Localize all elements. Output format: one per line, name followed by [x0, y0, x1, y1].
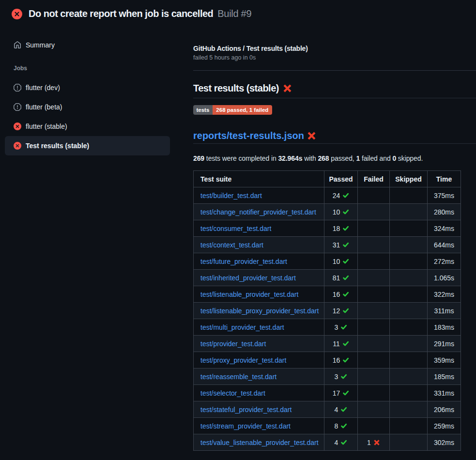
passed-number: 16	[333, 291, 340, 298]
suite-link[interactable]: test/stream_provider_test.dart	[200, 422, 291, 430]
badge-value: 268 passed, 1 failed	[213, 105, 272, 115]
skipped-cell	[390, 286, 428, 303]
suite-link[interactable]: test/future_provider_test.dart	[200, 258, 287, 265]
failed-cell	[358, 336, 390, 352]
table-row: test/future_provider_test.dart10272ms	[194, 253, 461, 270]
job-label: Test results (stable)	[26, 142, 89, 150]
failed-cell	[358, 253, 390, 270]
suite-link[interactable]: test/provider_test.dart	[200, 340, 266, 348]
suite-cell: test/stream_provider_test.dart	[194, 418, 324, 434]
failed-count: 1	[367, 439, 380, 446]
job-label: flutter (stable)	[26, 123, 67, 130]
summary-text: tests were completed in	[204, 154, 278, 162]
failed-number: 1	[367, 439, 371, 446]
passed-count: 24	[333, 192, 350, 199]
passed-count: 11	[333, 340, 349, 348]
table-row: test/consumer_test.dart18324ms	[194, 220, 461, 237]
suite-link[interactable]: test/reassemble_test.dart	[200, 373, 276, 381]
suite-link[interactable]: test/consumer_test.dart	[200, 225, 271, 232]
col-header-test-suite: Test suite	[194, 171, 324, 187]
failed-cell	[358, 220, 390, 237]
passed-number: 31	[333, 241, 340, 249]
suite-cell: test/provider_test.dart	[194, 336, 324, 352]
passed-number: 3	[335, 373, 338, 381]
time-cell: 291ms	[428, 336, 461, 352]
passed-count: 10	[333, 258, 350, 265]
results-table-wrap: Test suitePassedFailedSkippedTime test/b…	[193, 170, 461, 451]
failed-x-circle-icon	[12, 9, 22, 19]
suite-link[interactable]: test/multi_provider_test.dart	[200, 323, 284, 331]
time-cell: 185ms	[428, 368, 461, 385]
passed-count: 3	[335, 373, 348, 381]
sidebar-item-job-1[interactable]: flutter (dev)	[5, 78, 170, 97]
sidebar-item-job-4[interactable]: Test results (stable)	[5, 136, 170, 155]
tests-summary-sentence: 269 tests were completed in 32.964s with…	[193, 154, 423, 162]
suite-cell: test/value_listenable_provider_test.dart	[194, 434, 324, 451]
sidebar-summary-label: Summary	[26, 41, 55, 49]
suite-link[interactable]: test/listenable_provider_test.dart	[200, 291, 298, 298]
suite-link[interactable]: test/context_test.dart	[200, 241, 263, 249]
passed-number: 24	[333, 192, 340, 199]
passed-count: 12	[333, 307, 350, 315]
failed-cell	[358, 401, 390, 418]
failed-cell	[358, 352, 390, 368]
suite-link[interactable]: test/value_listenable_provider_test.dart	[200, 439, 319, 446]
check-title-heading: Test results (stable)	[193, 83, 292, 94]
sidebar-item-summary[interactable]: Summary	[5, 35, 170, 55]
check-breadcrumb: GitHub Actions / Test results (stable)	[193, 45, 308, 52]
check-icon	[342, 357, 349, 364]
suite-cell: test/builder_test.dart	[194, 187, 324, 204]
skipped-cell	[390, 368, 428, 385]
failed-cell	[358, 368, 390, 385]
passed-number: 3	[335, 323, 338, 331]
x-icon	[373, 439, 380, 446]
passed-number: 17	[333, 389, 340, 397]
passed-cell: 4	[324, 434, 358, 451]
summary-number: 32.964s	[278, 154, 302, 162]
passed-count: 18	[333, 225, 350, 232]
table-row: test/proxy_provider_test.dart16359ms	[194, 352, 461, 368]
col-header-time: Time	[428, 171, 461, 187]
suite-link[interactable]: test/proxy_provider_test.dart	[200, 356, 286, 364]
passed-count: 81	[333, 274, 350, 282]
suite-cell: test/listenable_proxy_provider_test.dart	[194, 303, 324, 319]
sidebar-item-job-2[interactable]: flutter (beta)	[5, 97, 170, 117]
passed-cell: 18	[324, 220, 358, 237]
suite-cell: test/proxy_provider_test.dart	[194, 352, 324, 368]
table-row: test/builder_test.dart24375ms	[194, 187, 461, 204]
suite-link[interactable]: test/stateful_provider_test.dart	[200, 406, 292, 414]
suite-link[interactable]: test/builder_test.dart	[200, 192, 262, 199]
skipped-cell	[390, 220, 428, 237]
report-link[interactable]: reports/test-results.json	[193, 130, 304, 141]
table-row: test/listenable_provider_test.dart16322m…	[194, 286, 461, 303]
suite-cell: test/change_notifier_provider_test.dart	[194, 204, 324, 220]
check-icon	[342, 225, 349, 232]
failed-x-emoji-icon	[307, 131, 316, 140]
failed-cell	[358, 237, 390, 253]
passed-cell: 12	[324, 303, 358, 319]
suite-link[interactable]: test/inherited_provider_test.dart	[200, 274, 296, 282]
passed-cell: 11	[324, 336, 358, 352]
job-label: flutter (dev)	[26, 84, 60, 92]
table-row: test/change_notifier_provider_test.dart1…	[194, 204, 461, 220]
passed-number: 18	[333, 225, 340, 232]
passed-count: 4	[335, 439, 348, 446]
passed-number: 16	[333, 356, 340, 364]
sidebar-item-job-3[interactable]: flutter (stable)	[5, 117, 170, 136]
summary-text: failed and	[360, 154, 392, 162]
suite-cell: test/inherited_provider_test.dart	[194, 270, 324, 286]
check-icon	[342, 275, 349, 281]
passed-number: 4	[335, 439, 338, 446]
time-cell: 259ms	[428, 418, 461, 434]
passed-count: 10	[333, 208, 350, 216]
suite-cell: test/context_test.dart	[194, 237, 324, 253]
suite-link[interactable]: test/change_notifier_provider_test.dart	[200, 208, 316, 216]
table-row: test/stream_provider_test.dart8259ms	[194, 418, 461, 434]
suite-link[interactable]: test/listenable_proxy_provider_test.dart	[200, 307, 319, 315]
suite-link[interactable]: test/selector_test.dart	[200, 389, 265, 397]
skipped-cell	[390, 319, 428, 336]
check-icon	[340, 324, 347, 331]
passed-number: 4	[335, 406, 338, 414]
failed-cell	[358, 270, 390, 286]
table-header-row: Test suitePassedFailedSkippedTime	[194, 171, 461, 187]
